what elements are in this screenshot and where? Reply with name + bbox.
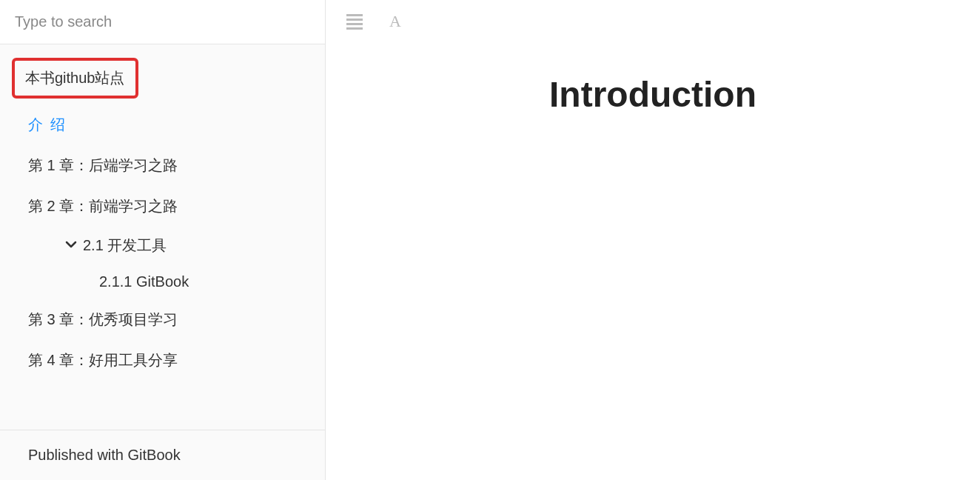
nav: 本书github站点 介绍 第 1 章：后端学习之路 第 2 章：前端学习之路 … [0, 44, 325, 430]
nav-item-chapter-4[interactable]: 第 4 章：好用工具分享 [0, 340, 325, 381]
nav-subsub: 2.1.1 GitBook [0, 264, 325, 299]
toolbar: A [346, 12, 401, 31]
gitbook-footer-link[interactable]: Published with GitBook [0, 430, 325, 480]
nav-sub-item-label: 2.1 开发工具 [83, 236, 167, 256]
search-box [0, 0, 325, 44]
search-input[interactable] [15, 13, 310, 30]
content: Introduction [326, 0, 980, 115]
menu-icon[interactable] [346, 14, 363, 30]
nav-item-chapter-1[interactable]: 第 1 章：后端学习之路 [0, 145, 325, 186]
github-site-link[interactable]: 本书github站点 [12, 58, 138, 99]
font-icon[interactable]: A [389, 12, 401, 31]
nav-item-intro[interactable]: 介绍 [0, 104, 325, 145]
nav-subsub-item-2-1-1[interactable]: 2.1.1 GitBook [99, 264, 325, 299]
sidebar: 本书github站点 介绍 第 1 章：后端学习之路 第 2 章：前端学习之路 … [0, 0, 326, 480]
nav-item-chapter-2[interactable]: 第 2 章：前端学习之路 [0, 186, 325, 227]
nav-sub: 2.1 开发工具 [0, 227, 325, 264]
page-title: Introduction [326, 74, 980, 115]
chevron-down-icon [65, 237, 77, 254]
main: A Introduction [326, 0, 980, 480]
nav-sub-item-2-1[interactable]: 2.1 开发工具 [65, 227, 325, 264]
nav-item-chapter-3[interactable]: 第 3 章：优秀项目学习 [0, 299, 325, 340]
